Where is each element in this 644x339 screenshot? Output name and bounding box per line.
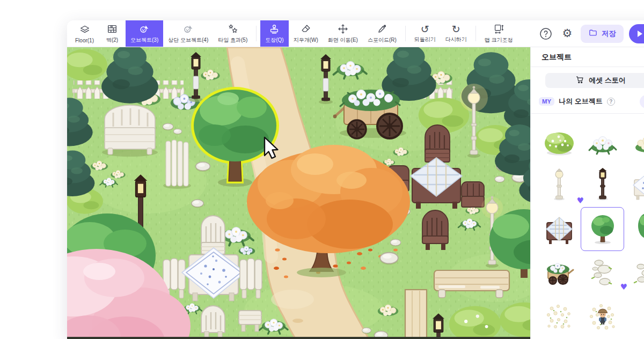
object-item-white-lamp[interactable]: ♥ [537,163,581,207]
toolbar-divider [405,26,406,41]
object-item-green-tree[interactable] [581,207,624,251]
tool-eraser[interactable]: 지우개(W) [289,20,323,47]
tool-label: 스포이드(R) [368,36,397,44]
object-item-stone-path[interactable]: ♥ [581,251,624,295]
asset-store-label: 에셋 스토어 [589,76,626,85]
toolbar-actions: ⚙ 저장 [538,20,644,47]
tool-label: 화면 이동(E) [328,36,358,44]
settings-button[interactable]: ⚙ [559,26,575,42]
object-grid: ♥ [537,119,644,339]
tool-tile-effect[interactable]: 타일 효과(5) [213,20,252,47]
tool-label: 지우개(W) [294,36,318,44]
object-item-flower-bush[interactable] [537,119,581,163]
tool-pan[interactable]: 화면 이동(E) [323,20,363,47]
tool-label: 다시하기 [445,36,467,43]
save-button[interactable]: 저장 [581,25,624,43]
object-icon [138,23,150,35]
wall-icon [106,23,118,35]
map-editor-window: Floor(1) 벽(2) 오브젝트(3) [67,20,644,339]
tool-redo[interactable]: ↻ 다시하기 [441,20,472,47]
gear-icon: ⚙ [562,28,573,39]
tool-label: 오브젝트(3) [130,36,158,44]
tool-map-resize[interactable]: 맵 크기조정 [480,20,518,47]
tool-label: 타일 효과(5) [218,36,247,44]
screen: Floor(1) 벽(2) 오브젝트(3) [0,0,644,339]
layers-icon [79,24,91,36]
object-item-stone-path-2[interactable] [624,251,644,295]
redo-icon: ↻ [452,24,460,34]
tool-stamp[interactable]: 도장(Q) [260,20,288,47]
pan-icon [337,23,349,35]
tool-label: 상단 오브젝트(4) [168,36,208,44]
resize-icon [493,23,504,35]
my-objects-row: MY 나의 오브젝트 ? + 추가 [539,96,644,107]
undo-icon: ↺ [421,24,429,34]
object-item-flower-petals[interactable] [537,295,581,339]
panel-title: 오브젝트 [531,47,644,67]
wood-bench-vertical[interactable] [405,290,427,339]
tool-label: 맵 크기조정 [485,36,513,44]
toolbar-divider [256,26,257,41]
tool-label: 되돌리기 [414,36,436,43]
brown-chair-bottom [422,210,448,250]
object-item-brown-table-plaid[interactable] [537,207,581,251]
my-objects-label: 나의 오브젝트 [559,97,603,106]
tool-label: 도장(Q) [265,36,283,44]
object-item-tall-green-tree[interactable] [624,207,644,251]
help-button[interactable] [538,26,554,42]
panel-divider [531,113,644,114]
object-item-flower-petals-character[interactable] [581,295,624,339]
play-button[interactable] [629,24,644,43]
tool-eyedropper[interactable]: 스포이드(R) [363,20,401,47]
tool-label: Floor(1) [75,38,94,43]
asset-store-button[interactable]: 에셋 스토어 [545,73,644,88]
character-avatar [598,309,608,325]
save-label: 저장 [602,29,616,39]
flower-cart[interactable] [333,90,406,138]
add-object-button[interactable]: + 추가 [640,95,644,108]
tool-object[interactable]: 오브젝트(3) [126,20,163,47]
map-canvas[interactable] [67,47,530,339]
panel-divider [531,67,644,67]
stamp-icon [268,23,280,35]
toolbar: Floor(1) 벽(2) 오브젝트(3) [67,20,644,47]
tool-label: 벽(2) [106,36,118,44]
object-panel: 오브젝트 에셋 스토어 MY 나의 오브젝트 ? + 추가 [530,47,644,339]
main-area: 오브젝트 에셋 스토어 MY 나의 오브젝트 ? + 추가 [67,47,644,339]
white-table [182,248,245,301]
object-item-brown-lamp[interactable] [581,163,624,207]
object-item-white-flowers[interactable] [581,119,624,163]
toolbar-divider [475,26,476,41]
object-item-white-table-cloth[interactable] [624,163,644,207]
tile-effect-icon [227,23,239,35]
white-bench-bed[interactable] [102,105,158,157]
top-object-icon [182,23,194,35]
play-icon [638,31,642,37]
tool-top-object[interactable]: 상단 오브젝트(4) [163,20,213,47]
object-item-cream-flowers[interactable] [624,119,644,163]
my-badge: MY [539,97,554,106]
tool-floor[interactable]: Floor(1) [70,20,99,47]
eyedropper-icon [376,23,388,35]
object-item-flower-cart[interactable] [537,251,581,295]
eraser-icon [300,23,312,35]
tool-wall[interactable]: 벽(2) [99,20,126,47]
cart-icon [575,75,584,86]
brown-chair-top [425,125,450,162]
tool-undo[interactable]: ↺ 되돌리기 [409,20,441,47]
folder-icon [588,28,598,39]
map-edge [67,337,530,339]
help-circle-icon[interactable]: ? [607,98,615,106]
brown-chair-right [462,182,484,207]
